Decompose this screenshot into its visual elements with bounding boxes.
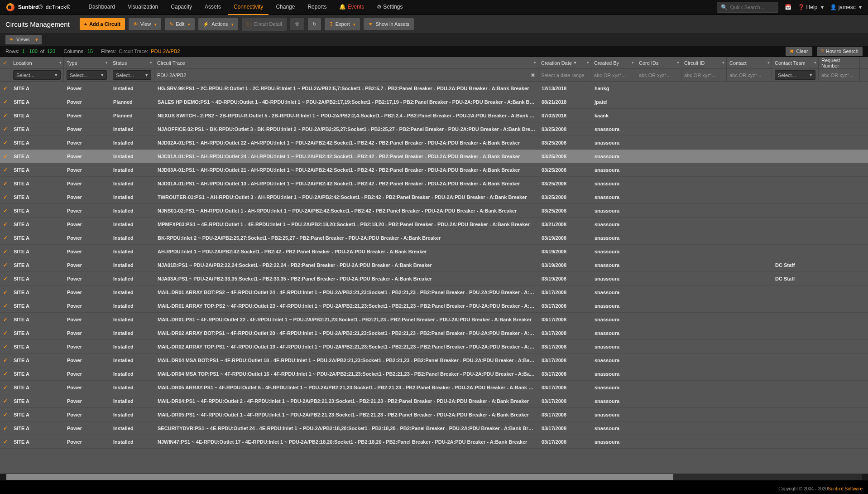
- grid-filters: Select...▾ Select...▾ Select...▾ ✖ Selec…: [0, 69, 868, 82]
- user-menu[interactable]: 👤jamesc ▾: [830, 4, 862, 10]
- table-row[interactable]: ✓SITE APowerInstalledHG-SRV-99:PS1 ~ 2C-…: [0, 82, 868, 95]
- col-status[interactable]: Status▾: [110, 57, 154, 68]
- nav-visualization[interactable]: Visualization: [122, 0, 163, 15]
- nav-assets[interactable]: Assets: [199, 0, 226, 15]
- user-icon: 👤: [830, 4, 837, 10]
- col-circuit-id[interactable]: Circuit ID▾: [681, 57, 727, 68]
- filter-status[interactable]: Select...▾: [113, 70, 151, 80]
- table-row[interactable]: ✓SITE APowerInstalledNJNS01-02:PS1 ~ AH-…: [0, 204, 868, 218]
- check-icon: ✓: [3, 126, 8, 132]
- refresh-button[interactable]: ↻: [308, 18, 321, 30]
- data-grid: ✓ Location▾ Type▾ Status▾ Circuit Trace▾…: [0, 57, 868, 480]
- table-row[interactable]: ✓SITE APowerPlannedNEXUS SWITCH - 2:PS2 …: [0, 109, 868, 122]
- brand[interactable]: Sunbird® dcTrack®: [6, 3, 70, 11]
- col-cord-ids[interactable]: Cord IDs▾: [636, 57, 681, 68]
- show-in-assets-button[interactable]: ⏷Show in Assets: [364, 18, 414, 30]
- grid-body[interactable]: ✓SITE APowerInstalledHG-SRV-99:PS1 ~ 2C-…: [0, 82, 868, 474]
- col-contact-team[interactable]: Contact Team▾: [772, 57, 819, 68]
- table-row[interactable]: ✓SITE APowerInstalledMAIL-DR01 ARRAY BOT…: [0, 286, 868, 299]
- table-row[interactable]: ✓SITE APowerPlannedSALES HP DEMO:PS1 ~ 4…: [0, 95, 868, 109]
- quick-search[interactable]: 🔍: [717, 2, 778, 13]
- eye-icon: 👁: [133, 21, 138, 27]
- table-row[interactable]: ✓SITE APowerInstalledBK-RPDU:Inlet 2 ~ P…: [0, 231, 868, 245]
- filter-contact-input[interactable]: [729, 73, 769, 78]
- table-row[interactable]: ✓SITE APowerInstalledMAIL-DR01 ARRAY TOP…: [0, 299, 868, 313]
- check-icon: ✓: [3, 248, 8, 255]
- filter-location[interactable]: Select...▾: [13, 70, 61, 80]
- how-to-search-button[interactable]: ?How to Search: [817, 47, 863, 56]
- view-menu[interactable]: 👁View: [129, 18, 162, 30]
- filter-type[interactable]: Select...▾: [67, 70, 107, 80]
- nav-capacity[interactable]: Capacity: [165, 0, 197, 15]
- table-row[interactable]: ✓SITE APowerInstalledNJD03A-01:PS1 ~ AH-…: [0, 163, 868, 177]
- check-icon: ✓: [3, 262, 8, 268]
- table-row[interactable]: ✓SITE APowerInstalledMAIL-DR05:PS1 ~ 4F-…: [0, 408, 868, 421]
- clear-filter-icon[interactable]: ✖: [531, 72, 535, 78]
- table-row[interactable]: ✓SITE APowerInstalledAH-RPDU:Inlet 1 ~ P…: [0, 245, 868, 258]
- table-row[interactable]: ✓SITE APowerInstalledMAIL-DR02 ARRAY BOT…: [0, 326, 868, 340]
- delete-button: 🗑: [290, 18, 304, 30]
- search-input[interactable]: [730, 5, 774, 10]
- views-menu[interactable]: ⏷Views ▾: [5, 35, 42, 44]
- check-icon: ✓: [3, 384, 8, 391]
- table-row[interactable]: ✓SITE APowerInstalledNJC01A-01:PS1 ~ AH-…: [0, 150, 868, 163]
- check-icon: ✓: [3, 439, 8, 445]
- nav-dashboard[interactable]: Dashboard: [83, 0, 120, 15]
- refresh-icon: ↻: [312, 21, 317, 27]
- bell-icon: 🔔: [339, 4, 346, 10]
- col-created-by[interactable]: Created By▾: [591, 57, 636, 68]
- table-row[interactable]: ✓SITE APowerInstalledTWROUTER-01:PS1 ~ A…: [0, 190, 868, 204]
- help-icon: ❓: [798, 4, 805, 10]
- info-icon: ⓘ: [246, 21, 251, 28]
- table-row[interactable]: ✓SITE APowerInstalledSECURITYDVR:PS1 ~ 4…: [0, 421, 868, 435]
- horizontal-scrollbar[interactable]: [0, 474, 868, 480]
- add-circuit-button[interactable]: +Add a Circuit: [80, 18, 125, 30]
- views-bar: ⏷Views ▾: [0, 33, 868, 46]
- export-menu[interactable]: ↧Export: [325, 18, 360, 30]
- check-icon: ✓: [3, 398, 8, 404]
- clear-filters-button[interactable]: ✖Clear: [786, 47, 812, 56]
- col-circuit-trace[interactable]: Circuit Trace▾: [154, 57, 538, 68]
- help-menu[interactable]: ❓Help ▾: [798, 4, 824, 10]
- gear-icon: ⚙: [377, 4, 382, 10]
- col-location[interactable]: Location▾: [10, 57, 64, 68]
- col-type[interactable]: Type▾: [64, 57, 110, 68]
- table-row[interactable]: ✓SITE APowerInstalledNJWIN47:PS1 ~ 4E-RP…: [0, 435, 868, 449]
- table-row[interactable]: ✓SITE APowerInstalledNJA03A:PS1 ~ PDU-2A…: [0, 272, 868, 286]
- nav-events[interactable]: 🔔Events: [334, 0, 369, 15]
- table-row[interactable]: ✓SITE APowerInstalledNJD02A-01:PS1 ~ AH-…: [0, 136, 868, 150]
- calendar-button[interactable]: 📅: [785, 4, 791, 10]
- table-row[interactable]: ✓SITE APowerInstalledMAIL-DR04 MSA BOT:P…: [0, 354, 868, 367]
- filter-trace-input[interactable]: [157, 73, 535, 78]
- table-row[interactable]: ✓SITE APowerInstalledMAIL-DR04:PS1 ~ 4F-…: [0, 394, 868, 408]
- table-row[interactable]: ✓SITE APowerInstalledMAIL-DR05 ARRAY:PS1…: [0, 381, 868, 394]
- page-title: Circuits Management: [5, 20, 70, 28]
- table-row[interactable]: ✓SITE APowerInstalledNJD01A-01:PS1 ~ AH-…: [0, 177, 868, 190]
- table-row[interactable]: ✓SITE APowerInstalledNJAOFFICE-02:PS1 ~ …: [0, 122, 868, 136]
- nav-reports[interactable]: Reports: [302, 0, 332, 15]
- sunbird-link[interactable]: Sunbird Software: [828, 486, 863, 491]
- nav-settings[interactable]: ⚙Settings: [371, 0, 408, 15]
- table-row[interactable]: ✓SITE APowerInstalledNJA01B:PS1 ~ PDU-2A…: [0, 258, 868, 272]
- table-row[interactable]: ✓SITE APowerInstalledMAIL-DR02 ARRAY TOP…: [0, 340, 868, 354]
- filter-circuit-id-input[interactable]: [684, 73, 724, 78]
- col-request-number[interactable]: Request Number: [819, 57, 860, 68]
- col-creation-date[interactable]: Creation Date ▼▾: [538, 57, 591, 68]
- table-row[interactable]: ✓SITE APowerInstalledMAIL-DR04 MSA TOP:P…: [0, 367, 868, 381]
- filter-req-input[interactable]: [821, 73, 857, 78]
- edit-menu[interactable]: ✎Edit: [165, 18, 195, 30]
- select-all-header[interactable]: ✓: [0, 57, 10, 68]
- sunbird-logo-icon: [6, 3, 14, 11]
- filter-by-input[interactable]: [594, 73, 633, 78]
- actions-menu[interactable]: ⚡Actions: [198, 18, 238, 30]
- filter-date-input[interactable]: [541, 73, 588, 78]
- table-row[interactable]: ✓SITE APowerInstalledMPMFXP03:PS1 ~ 4E-R…: [0, 218, 868, 231]
- nav-connectivity[interactable]: Connectivity: [228, 0, 269, 15]
- nav-change[interactable]: Change: [270, 0, 300, 15]
- main-nav: DashboardVisualizationCapacityAssetsConn…: [83, 0, 408, 15]
- table-row[interactable]: ✓SITE APowerInstalledMAIL-DR01:PS1 ~ 4F-…: [0, 313, 868, 326]
- col-contact[interactable]: Contact▾: [727, 57, 772, 68]
- filter-icon: ⏷: [368, 21, 373, 27]
- filter-team[interactable]: Select...▾: [775, 70, 815, 80]
- filter-cord-input[interactable]: [639, 73, 678, 78]
